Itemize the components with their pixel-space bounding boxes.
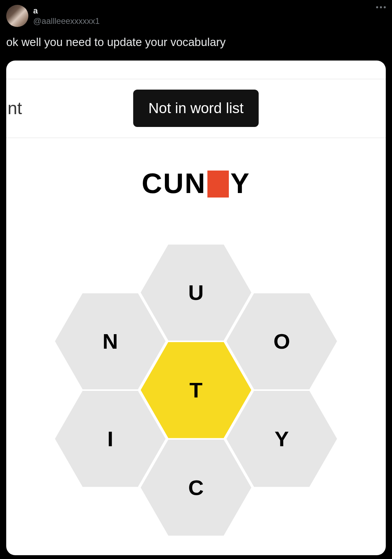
user-info[interactable]: a @aallleeexxxxxx1: [33, 5, 100, 26]
hive-cell-bottom-left[interactable]: I: [55, 391, 166, 487]
display-name: a: [33, 6, 100, 16]
user-handle: @aallleeexxxxxx1: [33, 16, 100, 26]
partial-text: nt: [6, 98, 22, 118]
toast-message: Not in word list: [133, 90, 259, 127]
hive-letter: C: [188, 475, 204, 500]
word-prefix: CUN: [142, 167, 206, 200]
hive-cell-top[interactable]: U: [141, 245, 251, 341]
hive-cell-center[interactable]: T: [141, 342, 251, 438]
tweet-text: ok well you need to update your vocabula…: [6, 35, 386, 50]
hive-letter: I: [107, 427, 113, 451]
more-options-icon[interactable]: [376, 6, 386, 8]
hive-cell-bottom-right[interactable]: Y: [226, 391, 337, 487]
hive-letter: Y: [274, 427, 289, 451]
hive-cell-bottom[interactable]: C: [141, 440, 251, 536]
game-topbar: [6, 61, 386, 79]
avatar[interactable]: [6, 5, 28, 27]
hive-letter: O: [273, 329, 290, 354]
letter-hive: U N O T I Y C: [30, 245, 362, 555]
tweet: a @aallleeexxxxxx1 ok well you need to u…: [0, 0, 392, 555]
hive-letter: T: [189, 378, 203, 402]
embedded-game-screenshot[interactable]: nt Not in word list CUN Y U N O T I: [6, 61, 386, 555]
tweet-header: a @aallleeexxxxxx1: [6, 5, 386, 27]
text-cursor: [207, 171, 229, 198]
hive-cell-top-left[interactable]: N: [55, 293, 166, 390]
hive-letter: U: [188, 280, 204, 305]
current-word-display: CUN Y: [6, 167, 386, 200]
hive-cell-top-right[interactable]: O: [226, 293, 337, 390]
word-suffix: Y: [230, 167, 250, 200]
game-statusbar: nt Not in word list: [6, 79, 386, 138]
hive-letter: N: [103, 329, 118, 354]
